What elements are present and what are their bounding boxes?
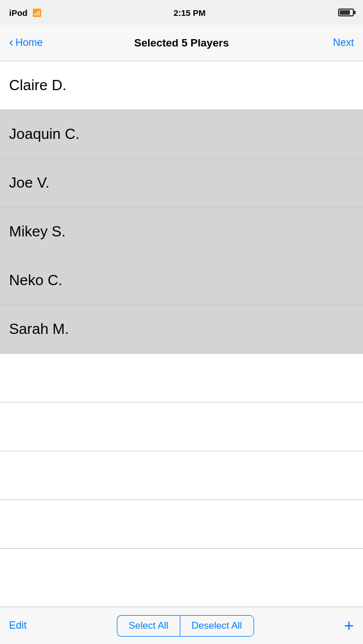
status-left: iPod 📶	[9, 8, 41, 18]
chevron-left-icon: ‹	[9, 36, 13, 49]
player-name: Mikey S.	[9, 223, 66, 240]
empty-row	[0, 354, 363, 402]
edit-button[interactable]: Edit	[9, 620, 27, 632]
empty-row	[0, 500, 363, 549]
player-item[interactable]: Mikey S.	[0, 207, 363, 256]
status-right	[338, 9, 354, 16]
back-label: Home	[15, 37, 43, 49]
player-name: Sarah M.	[9, 320, 69, 338]
player-name: Claire D.	[9, 77, 66, 94]
player-item[interactable]: Joe V.	[0, 159, 363, 207]
empty-row	[0, 451, 363, 500]
player-name: Neko C.	[9, 272, 62, 289]
status-bar: iPod 📶 2:15 PM	[0, 0, 363, 25]
player-name: Joe V.	[9, 174, 49, 192]
deselect-all-button[interactable]: Deselect All	[180, 615, 254, 637]
player-item[interactable]: Claire D.	[0, 61, 363, 110]
player-name: Joaquin C.	[9, 125, 79, 143]
empty-row	[0, 402, 363, 451]
nav-bar: ‹ Home Selected 5 Players Next	[0, 25, 363, 61]
battery-icon	[338, 9, 354, 16]
select-all-button[interactable]: Select All	[117, 615, 180, 637]
status-time: 2:15 PM	[174, 8, 206, 18]
player-list: Claire D. Joaquin C. Joe V. Mikey S. Nek…	[0, 61, 363, 549]
player-item[interactable]: Sarah M.	[0, 305, 363, 354]
toolbar-buttons: Select All Deselect All	[117, 615, 254, 637]
add-button[interactable]: +	[344, 617, 354, 634]
player-item[interactable]: Joaquin C.	[0, 110, 363, 159]
back-button[interactable]: ‹ Home	[9, 37, 43, 49]
wifi-icon: 📶	[32, 9, 41, 17]
nav-title: Selected 5 Players	[134, 37, 229, 49]
device-label: iPod	[9, 8, 28, 18]
next-button[interactable]: Next	[333, 37, 354, 49]
toolbar: Edit Select All Deselect All +	[0, 607, 363, 644]
player-item[interactable]: Neko C.	[0, 256, 363, 305]
